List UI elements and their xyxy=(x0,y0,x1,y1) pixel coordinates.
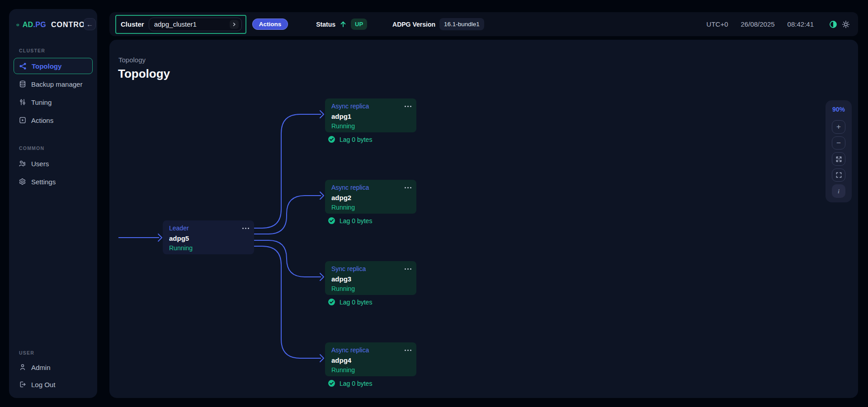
zoom-out-button[interactable]: − xyxy=(832,136,845,150)
time-value: 08:42:41 xyxy=(788,20,814,28)
arrow-up-icon xyxy=(340,20,347,28)
topology-node-adpg1[interactable]: Async replica adpg1 Running xyxy=(325,98,416,132)
sliders-icon xyxy=(19,98,26,106)
date-value: 26/08/2025 xyxy=(741,20,775,28)
node-role: Async replica xyxy=(331,346,412,355)
status-group: Status UP xyxy=(316,19,367,30)
topbar-icons xyxy=(829,20,850,28)
cluster-value-field[interactable]: adpg_cluster1 xyxy=(149,18,242,31)
zoom-panel: 90% + − i xyxy=(826,100,852,202)
users-icon xyxy=(19,160,26,168)
sidebar-item-actions[interactable]: Actions xyxy=(14,112,93,128)
check-circle-icon xyxy=(328,379,335,387)
contrast-icon xyxy=(829,20,837,28)
node-status: Running xyxy=(169,243,250,253)
node-menu-button[interactable] xyxy=(241,223,250,232)
zoom-level: 90% xyxy=(832,106,845,113)
sidebar-item-label: Topology xyxy=(32,62,61,70)
ellipsis-icon xyxy=(404,349,412,351)
version-label: ADPG Version xyxy=(392,21,435,28)
node-status: Running xyxy=(331,284,412,294)
theme-contrast-toggle[interactable] xyxy=(829,20,837,28)
node-menu-button[interactable] xyxy=(403,264,413,272)
ellipsis-icon xyxy=(242,227,250,229)
info-button[interactable]: i xyxy=(832,184,845,198)
fullscreen-corners-icon xyxy=(835,172,842,178)
timezone-value: UTC+0 xyxy=(707,20,728,28)
topology-node-leader[interactable]: Leader adpg5 Running xyxy=(163,220,254,254)
sidebar: AD.PG CONTROL CLUSTER Topology Backup ma… xyxy=(9,9,97,398)
node-name: adpg4 xyxy=(331,355,412,365)
topology-edges xyxy=(109,40,858,398)
node-lag-adpg1: Lag 0 bytes xyxy=(328,136,372,143)
node-role: Async replica xyxy=(331,102,412,111)
sidebar-item-label: Users xyxy=(31,160,49,168)
sidebar-section-common: COMMON xyxy=(19,145,97,151)
arrow-left-icon: ← xyxy=(86,20,93,28)
lag-text: Lag 0 bytes xyxy=(340,217,372,225)
sidebar-item-label: Admin xyxy=(31,364,51,371)
logo-text-ad: AD xyxy=(23,21,33,28)
cluster-label: Cluster xyxy=(121,20,144,28)
zoom-in-button[interactable]: + xyxy=(832,120,845,134)
sidebar-section-cluster: CLUSTER xyxy=(19,48,97,53)
clock-group: UTC+0 26/08/2025 08:42:41 xyxy=(707,20,814,28)
status-label: Status xyxy=(316,21,335,28)
actions-button[interactable]: Actions xyxy=(252,19,288,30)
logout-icon xyxy=(19,381,26,388)
topology-node-adpg4[interactable]: Async replica adpg4 Running xyxy=(325,342,416,376)
node-role: Async replica xyxy=(331,183,412,192)
sidebar-user-section: USER Admin Log Out xyxy=(9,334,97,393)
cluster-select[interactable]: Cluster adpg_cluster1 xyxy=(115,15,246,34)
node-status: Running xyxy=(331,203,412,212)
sidebar-item-topology[interactable]: Topology xyxy=(14,58,93,74)
sidebar-item-users[interactable]: Users xyxy=(14,155,93,172)
sidebar-item-label: Log Out xyxy=(31,381,55,388)
chevron-right-icon xyxy=(230,20,239,29)
person-icon xyxy=(19,364,26,371)
brightness-toggle[interactable] xyxy=(842,20,850,28)
ellipsis-icon xyxy=(404,268,412,270)
lag-text: Lag 0 bytes xyxy=(340,299,372,306)
topbar: Cluster adpg_cluster1 Actions Status UP … xyxy=(109,12,858,36)
lag-text: Lag 0 bytes xyxy=(340,380,372,387)
sidebar-item-backup-manager[interactable]: Backup manager xyxy=(14,76,93,92)
sidebar-item-settings[interactable]: Settings xyxy=(14,173,93,190)
sidebar-item-logout[interactable]: Log Out xyxy=(14,376,93,393)
sidebar-item-label: Backup manager xyxy=(31,80,82,88)
sidebar-item-label: Tuning xyxy=(31,98,52,106)
sidebar-item-label: Settings xyxy=(31,178,56,186)
status-up-badge: UP xyxy=(351,19,367,30)
logo-database-icon xyxy=(16,21,19,29)
node-status: Running xyxy=(331,365,412,375)
sun-icon xyxy=(842,20,850,28)
share-nodes-icon xyxy=(19,62,27,70)
node-lag-adpg4: Lag 0 bytes xyxy=(328,379,372,387)
fullscreen-button[interactable] xyxy=(832,168,845,182)
check-circle-icon xyxy=(328,298,335,306)
ellipsis-icon xyxy=(404,187,412,189)
topology-node-adpg3[interactable]: Sync replica adpg3 Running xyxy=(325,261,416,295)
topology-node-adpg2[interactable]: Async replica adpg2 Running xyxy=(325,180,416,214)
logo-text-pg: .PG xyxy=(33,21,46,28)
node-name: adpg5 xyxy=(169,233,250,243)
sidebar-collapse-button[interactable]: ← xyxy=(84,18,96,30)
node-name: adpg1 xyxy=(331,111,412,122)
cluster-value: adpg_cluster1 xyxy=(154,20,197,28)
check-circle-icon xyxy=(328,136,335,143)
node-name: adpg2 xyxy=(331,192,412,203)
node-menu-button[interactable] xyxy=(403,345,413,354)
sidebar-item-admin[interactable]: Admin xyxy=(14,359,93,375)
check-circle-icon xyxy=(328,217,335,225)
expand-arrows-icon xyxy=(835,156,842,163)
database-icon xyxy=(19,80,26,88)
node-role: Leader xyxy=(169,224,250,233)
node-role: Sync replica xyxy=(331,264,412,274)
lag-text: Lag 0 bytes xyxy=(340,136,372,143)
node-lag-adpg2: Lag 0 bytes xyxy=(328,217,372,225)
node-menu-button[interactable] xyxy=(403,182,413,191)
node-menu-button[interactable] xyxy=(403,101,413,110)
gear-icon xyxy=(19,178,26,186)
fit-view-button[interactable] xyxy=(832,152,845,166)
sidebar-item-tuning[interactable]: Tuning xyxy=(14,94,93,110)
